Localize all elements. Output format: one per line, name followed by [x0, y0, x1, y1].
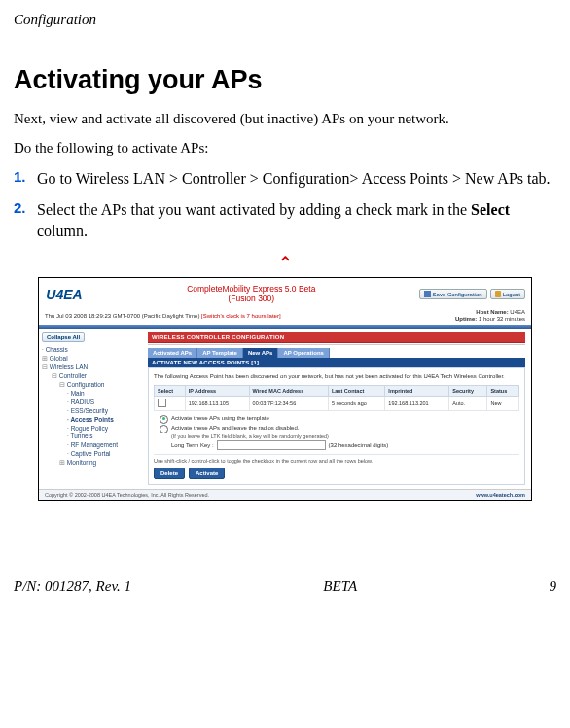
intro-paragraph: Next, view and activate all discovered (…	[14, 109, 556, 128]
col-mac: Wired MAC Address	[249, 385, 328, 396]
footer-page-number: 9	[549, 578, 556, 595]
tree-captive-portal[interactable]: · Captive Portal	[42, 450, 139, 459]
tab-activated-aps[interactable]: Activated APs	[148, 348, 197, 358]
host-value: U4EA	[510, 309, 525, 315]
host-label: Host Name:	[476, 309, 508, 315]
tab-new-aps[interactable]: New APs	[243, 348, 278, 358]
panel-section-title: WIRELESS CONTROLLER CONFIGURATION	[148, 332, 525, 343]
copyright-text: Copyright © 2002-2008 U4EA Technologies,…	[45, 492, 209, 498]
radio-template[interactable]: Activate these APs using the template	[160, 415, 519, 424]
cell-imprinted: 192.168.113.201	[385, 396, 449, 410]
col-select: Select	[155, 385, 186, 396]
embedded-screenshot: U4EA CompleteMobility Express 5.0 Beta (…	[38, 277, 532, 501]
app-title-line2: (Fusion 300)	[89, 295, 413, 303]
tree-ess-security[interactable]: · ESS/Security	[42, 407, 139, 416]
step-2: 2. Select the APs that you want activate…	[14, 199, 556, 242]
ltk-input[interactable]	[217, 440, 326, 450]
step-number-1: 1.	[14, 168, 37, 190]
collapse-all-button[interactable]: Collapse All	[42, 332, 85, 342]
uptime-label: Uptime:	[455, 316, 477, 322]
page-footer: P/N: 001287, Rev. 1 BETA 9	[14, 578, 556, 595]
footer-beta: BETA	[323, 578, 357, 595]
tabs-row: Activated APs AP Template New APs AP Ope…	[148, 348, 525, 358]
host-info: Host Name: U4EA Uptime: 1 hour 32 minute…	[455, 309, 525, 323]
page-heading: Activating your APs	[14, 65, 556, 95]
cell-mac: 00:03:7F:12:34:56	[249, 396, 328, 410]
cell-contact: 5 seconds ago	[328, 396, 384, 410]
tree-wireless-lan[interactable]: ⊟ Wireless LAN	[42, 364, 139, 372]
hint-text: Use shift-click / control-click to toggl…	[154, 454, 519, 464]
tab-ap-template[interactable]: AP Template	[197, 348, 243, 358]
cell-ip: 192.168.113.105	[185, 396, 249, 410]
tree-main[interactable]: · Main	[42, 390, 139, 399]
ltk-suffix: (32 hexadecimal digits)	[329, 442, 389, 448]
save-configuration-button[interactable]: Save Configuration	[419, 289, 487, 299]
running-header: Configuration	[14, 12, 556, 28]
new-aps-table: Select IP Address Wired MAC Address Last…	[154, 385, 519, 411]
radio-disabled-label: Activate these APs and leave the radios …	[171, 425, 299, 431]
logo-text: U4EA	[46, 287, 82, 302]
tree-tunnels[interactable]: · Tunnels	[42, 433, 139, 441]
tree-rogue-policy[interactable]: · Rogue Policy	[42, 425, 139, 433]
bold-select: Select	[471, 201, 510, 218]
table-row[interactable]: 192.168.113.105 00:03:7F:12:34:56 5 seco…	[155, 396, 519, 410]
save-button-label: Save Configuration	[433, 292, 482, 297]
radio-template-label: Activate these APs using the template	[171, 415, 269, 421]
clock-offset-note: [Switch's clock is 7 hours later]	[201, 313, 281, 319]
logout-button[interactable]: Logout	[490, 289, 525, 299]
caret-marker: ⌃	[14, 252, 556, 275]
tree-configuration[interactable]: ⊟ Configuration	[42, 381, 139, 390]
panel-intro-text: The following Access Point has been disc…	[154, 373, 519, 381]
logo: U4EA	[45, 282, 84, 307]
tree-radius[interactable]: · RADIUS	[42, 399, 139, 407]
tree-access-points[interactable]: · Access Points	[42, 416, 139, 425]
step-number-2: 2.	[14, 199, 37, 242]
timestamp-row: Thu Jul 03 2008 18:29:23 GMT-0700 (Pacif…	[45, 313, 281, 319]
footer-url: www.u4eatech.com	[476, 492, 525, 498]
step-text-1: Go to Wireless LAN > Controller > Config…	[37, 168, 551, 190]
activate-button[interactable]: Activate	[189, 468, 225, 479]
main-panel: WIRELESS CONTROLLER CONFIGURATION Activa…	[142, 329, 531, 489]
col-status: Status	[487, 385, 519, 396]
col-imprinted: Imprinted	[385, 385, 449, 396]
sub-header-bar: ACTIVATE NEW ACCESS POINTS [1]	[148, 358, 525, 367]
step-text-2: Select the APs that you want activated b…	[37, 199, 556, 242]
tree-rf-management[interactable]: · RF Management	[42, 441, 139, 450]
col-contact: Last Contact	[328, 385, 384, 396]
lead-in-paragraph: Do the following to activate APs:	[14, 138, 556, 157]
cell-status: New	[487, 396, 519, 410]
ltk-note: (If you leave the LTK field blank, a key…	[171, 433, 519, 439]
uptime-value: 1 hour 32 minutes	[479, 316, 525, 322]
lock-icon	[495, 291, 501, 297]
col-security: Security	[449, 385, 487, 396]
logout-button-label: Logout	[503, 292, 520, 297]
tree-monitoring[interactable]: ⊞ Monitoring	[42, 459, 139, 468]
row-checkbox[interactable]	[158, 399, 166, 407]
footer-pn: P/N: 001287, Rev. 1	[14, 578, 131, 595]
radio-dot-icon	[160, 425, 168, 433]
tree-global[interactable]: ⊞ Global	[42, 355, 139, 364]
radio-dot-icon	[160, 415, 168, 424]
tree-controller[interactable]: ⊟ Controller	[42, 372, 139, 381]
step-1: 1. Go to Wireless LAN > Controller > Con…	[14, 168, 556, 190]
ltk-label: Long Term Key :	[171, 442, 214, 448]
nav-sidebar: Collapse All · Chassis ⊞ Global ⊟ Wirele…	[39, 329, 142, 489]
disk-icon	[424, 291, 431, 297]
timestamp-text: Thu Jul 03 2008 18:29:23 GMT-0700 (Pacif…	[45, 313, 199, 319]
tab-ap-operations[interactable]: AP Operations	[278, 348, 330, 358]
app-title: CompleteMobility Express 5.0 Beta (Fusio…	[89, 285, 413, 303]
cell-security: Auto.	[449, 396, 487, 410]
col-ip: IP Address	[185, 385, 249, 396]
tree-chassis[interactable]: · Chassis	[42, 346, 139, 355]
delete-button[interactable]: Delete	[154, 468, 185, 479]
radio-disabled[interactable]: Activate these APs and leave the radios …	[160, 425, 519, 433]
